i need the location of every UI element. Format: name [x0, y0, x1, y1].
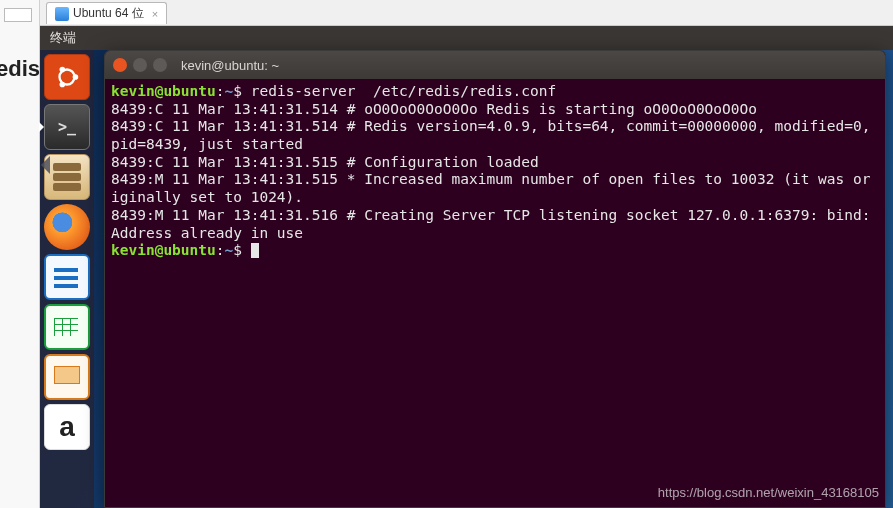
- svg-point-1: [73, 74, 79, 80]
- prompt-path: ~: [225, 242, 234, 258]
- window-close-icon[interactable]: [113, 58, 127, 72]
- terminal-titlebar[interactable]: kevin@ubuntu: ~: [105, 51, 885, 79]
- output-line: 8439:M 11 Mar 13:41:31.515 * Increased m…: [111, 171, 871, 205]
- vm-icon: [55, 7, 69, 21]
- terminal-body[interactable]: kevin@ubuntu:~$ redis-server /etc/redis/…: [105, 79, 885, 507]
- writer-icon[interactable]: [44, 254, 90, 300]
- svg-point-2: [60, 67, 66, 73]
- vm-viewport: 终端 kevin@ubuntu: ~ kevin@ubuntu:~$ redis…: [40, 26, 893, 508]
- prompt-symbol: $: [233, 83, 242, 99]
- output-line: 8439:C 11 Mar 13:41:31.514 # Redis versi…: [111, 118, 879, 152]
- prompt-user: kevin: [111, 242, 155, 258]
- output-line: 8439:C 11 Mar 13:41:31.514 # oO0OoO0OoO0…: [111, 101, 757, 117]
- svg-point-3: [60, 82, 66, 88]
- command-text: redis-server /etc/redis/redis.conf: [251, 83, 557, 99]
- prompt-host: ubuntu: [163, 242, 215, 258]
- impress-icon[interactable]: [44, 354, 90, 400]
- calc-icon[interactable]: [44, 304, 90, 350]
- vm-tab-label: Ubuntu 64 位: [73, 5, 144, 22]
- vm-tab-ubuntu[interactable]: Ubuntu 64 位 ×: [46, 2, 167, 24]
- window-max-icon[interactable]: [153, 58, 167, 72]
- window-min-icon[interactable]: [133, 58, 147, 72]
- cropped-text: edis: [0, 56, 36, 82]
- prompt-user: kevin: [111, 83, 155, 99]
- close-icon[interactable]: ×: [152, 8, 158, 20]
- prompt-symbol: $: [233, 242, 242, 258]
- output-line: 8439:C 11 Mar 13:41:31.515 # Configurati…: [111, 154, 539, 170]
- ubuntu-menu-bar[interactable]: 终端: [40, 26, 893, 50]
- watermark: https://blog.csdn.net/weixin_43168105: [658, 485, 879, 500]
- dash-icon[interactable]: [44, 54, 90, 100]
- output-line: 8439:M 11 Mar 13:41:31.516 # Creating Se…: [111, 207, 879, 241]
- files-icon[interactable]: [44, 154, 90, 200]
- prompt-host: ubuntu: [163, 83, 215, 99]
- unity-launcher: [40, 50, 94, 508]
- firefox-icon[interactable]: [44, 204, 90, 250]
- prompt-path: ~: [225, 83, 234, 99]
- app-menu-label[interactable]: 终端: [50, 29, 76, 47]
- terminal-window: kevin@ubuntu: ~ kevin@ubuntu:~$ redis-se…: [104, 50, 886, 508]
- host-sidebar: edis: [0, 0, 40, 508]
- cursor: [251, 243, 259, 258]
- terminal-title: kevin@ubuntu: ~: [181, 58, 279, 73]
- terminal-icon[interactable]: [44, 104, 90, 150]
- vm-tab-bar: Ubuntu 64 位 ×: [40, 0, 893, 26]
- amazon-icon[interactable]: [44, 404, 90, 450]
- grid-icon[interactable]: [4, 8, 32, 22]
- viewport-left-arrow[interactable]: [41, 156, 50, 174]
